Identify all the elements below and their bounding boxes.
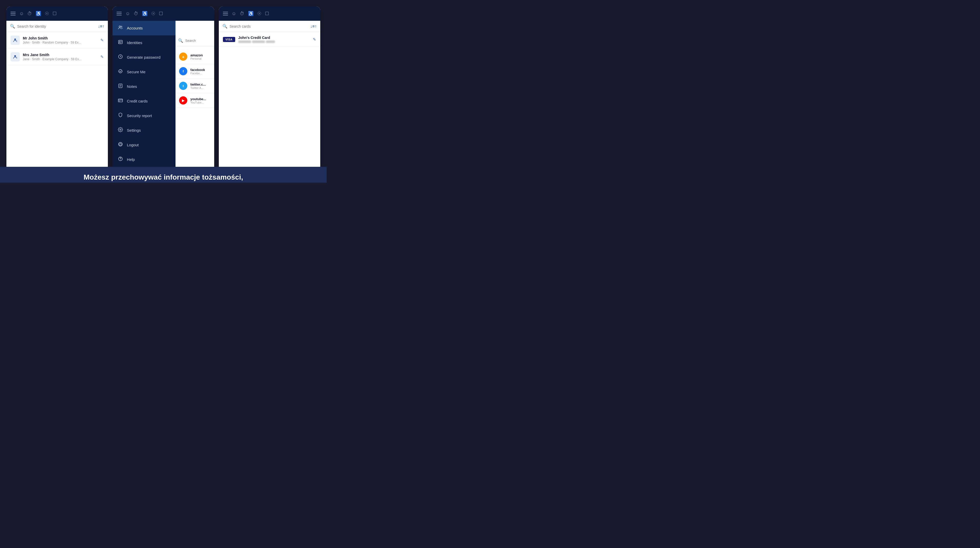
- menu-screen: ☺ ⏱ ♿ ☉ ☐: [113, 6, 214, 167]
- twitter-name: twitter.c...: [190, 83, 206, 86]
- edit-icon-card[interactable]: ✎: [313, 37, 316, 42]
- svg-rect-3: [16, 57, 18, 58]
- youtube-logo: ▶: [179, 96, 187, 105]
- svg-point-19: [120, 129, 121, 130]
- menu-label-logout: Logout: [127, 143, 138, 147]
- identity-detail-john: John · Smith · Random Company · 59 Ex...: [23, 41, 97, 44]
- search-cards-input[interactable]: [229, 24, 308, 29]
- youtube-name: youtube...: [190, 97, 206, 101]
- question-icon-left[interactable]: ☐: [52, 11, 57, 16]
- menu-label-secure-me: Secure Me: [127, 70, 146, 74]
- hamburger-menu-right[interactable]: [223, 12, 228, 15]
- shield-icon-left[interactable]: ☉: [45, 11, 49, 16]
- question-icon-middle[interactable]: ☐: [159, 11, 163, 16]
- menu-item-logout[interactable]: Logout: [113, 138, 175, 152]
- menu-item-help[interactable]: Help: [113, 152, 175, 167]
- identity-item-john[interactable]: Mr John Smith John · Smith · Random Comp…: [6, 32, 108, 49]
- help-icon: [118, 156, 123, 163]
- facebook-name: facebook: [190, 68, 205, 72]
- edit-icon-jane[interactable]: ✎: [100, 54, 104, 59]
- menu-item-notes[interactable]: Notes: [113, 79, 175, 94]
- menu-item-secure-me[interactable]: Secure Me: [113, 65, 175, 79]
- menu-label-gen-pass: Generate password: [127, 55, 161, 59]
- nav-bar-right: ☺ ⏱ ♿ ☉ ☐: [219, 6, 320, 21]
- svg-point-22: [120, 160, 121, 160]
- amazon-name: amazon: [190, 53, 203, 57]
- notes-icon: [118, 83, 123, 90]
- menu-item-generate-password[interactable]: Generate password: [113, 50, 175, 65]
- hamburger-menu-middle[interactable]: [116, 12, 122, 15]
- clock-icon-right[interactable]: ⏱: [240, 11, 244, 16]
- bottom-banner: Możesz przechowywać informacje tożsamośc…: [0, 167, 327, 183]
- identity-list: Mr John Smith John · Smith · Random Comp…: [6, 32, 108, 167]
- menu-label-credit-cards: Credit cards: [127, 99, 148, 103]
- account-item-youtube[interactable]: ▶ youtube... YouTube...: [175, 93, 214, 108]
- shield-icon-middle[interactable]: ☉: [151, 11, 155, 16]
- cards-list: VISA John's Credit Card ✎: [219, 32, 320, 167]
- menu-label-security-report: Security report: [127, 113, 152, 118]
- menu-item-settings[interactable]: Settings: [113, 123, 175, 138]
- clock-icon-left[interactable]: ⏱: [27, 11, 32, 16]
- svg-rect-16: [118, 99, 123, 102]
- accounts-icon: [118, 25, 123, 31]
- shield-icon-right[interactable]: ☉: [257, 11, 261, 16]
- blur-block-1: [238, 40, 251, 43]
- search-accounts-input[interactable]: [185, 39, 214, 43]
- menu-item-accounts[interactable]: Accounts: [113, 21, 175, 35]
- menu-overlay: Accounts Identities: [113, 21, 214, 167]
- alarm-icon-middle[interactable]: ♿: [142, 11, 148, 16]
- card-item-johns[interactable]: VISA John's Credit Card ✎: [219, 32, 320, 47]
- facebook-logo: f: [179, 67, 187, 75]
- menu-label-settings: Settings: [127, 128, 141, 132]
- edit-icon-john[interactable]: ✎: [100, 38, 104, 43]
- svg-point-2: [14, 55, 16, 57]
- clock-icon-middle[interactable]: ⏱: [134, 11, 138, 16]
- nav-icons-right: ☺ ⏱ ♿ ☉ ☐: [232, 11, 269, 16]
- account-item-amazon[interactable]: a amazon Personal: [175, 49, 214, 64]
- menu-label-identities: Identities: [127, 40, 142, 45]
- nav-icons-left: ☺ ⏱ ♿ ☉ ☐: [19, 11, 57, 16]
- identities-icon: [118, 40, 123, 46]
- identity-info-john: Mr John Smith John · Smith · Random Comp…: [23, 36, 97, 44]
- amazon-info: amazon Personal: [190, 53, 203, 60]
- hamburger-menu-left[interactable]: [11, 12, 16, 15]
- alarm-icon-right[interactable]: ♿: [248, 11, 254, 16]
- search-identity-input[interactable]: [17, 24, 96, 29]
- person-icon-middle[interactable]: ☺: [125, 11, 130, 16]
- generate-password-icon: [118, 54, 123, 60]
- nav-bar-left: ☺ ⏱ ♿ ☉ ☐: [6, 6, 108, 21]
- menu-item-security-report[interactable]: Security report: [113, 108, 175, 123]
- credit-cards-icon: [118, 98, 123, 104]
- twitter-logo: t: [179, 82, 187, 90]
- menu-label-accounts: Accounts: [127, 26, 143, 30]
- identity-search-bar: 🔍 ↓≡↑: [6, 21, 108, 32]
- identity-avatar-john: [11, 36, 20, 45]
- identity-detail-jane: Jane · Smith · Example Company · 59 Ex..…: [23, 57, 97, 61]
- nav-bar-middle: ☺ ⏱ ♿ ☉ ☐: [113, 6, 214, 21]
- person-icon-left[interactable]: ☺: [19, 11, 24, 16]
- blur-block-3: [266, 40, 275, 43]
- sort-icon-left[interactable]: ↓≡↑: [98, 24, 104, 29]
- svg-point-0: [14, 38, 16, 40]
- youtube-type: YouTube...: [190, 101, 206, 104]
- person-icon-right[interactable]: ☺: [232, 11, 236, 16]
- amazon-type: Personal: [190, 57, 203, 60]
- svg-point-7: [119, 41, 121, 42]
- blur-block-2: [252, 40, 265, 43]
- identity-info-jane: Mrs Jane Smith Jane · Smith · Example Co…: [23, 53, 97, 61]
- menu-item-identities[interactable]: Identities: [113, 35, 175, 50]
- question-icon-right[interactable]: ☐: [265, 11, 269, 16]
- menu-item-credit-cards[interactable]: Credit cards: [113, 94, 175, 108]
- account-item-twitter[interactable]: t twitter.c... Twitter A...: [175, 79, 214, 93]
- identity-item-jane[interactable]: Mrs Jane Smith Jane · Smith · Example Co…: [6, 49, 108, 65]
- nav-icons-middle: ☺ ⏱ ♿ ☉ ☐: [125, 11, 163, 16]
- sort-icon-right[interactable]: ↓≡↑: [310, 24, 317, 29]
- search-icon-left: 🔍: [10, 24, 15, 29]
- banner-text: Możesz przechowywać informacje tożsamośc…: [84, 172, 243, 183]
- alarm-icon-left[interactable]: ♿: [36, 11, 41, 16]
- twitter-type: Twitter A...: [190, 86, 206, 89]
- account-item-facebook[interactable]: f facebook Facebo...: [175, 64, 214, 79]
- svg-point-4: [119, 26, 121, 27]
- settings-icon: [118, 127, 123, 133]
- identity-name-john: Mr John Smith: [23, 36, 97, 40]
